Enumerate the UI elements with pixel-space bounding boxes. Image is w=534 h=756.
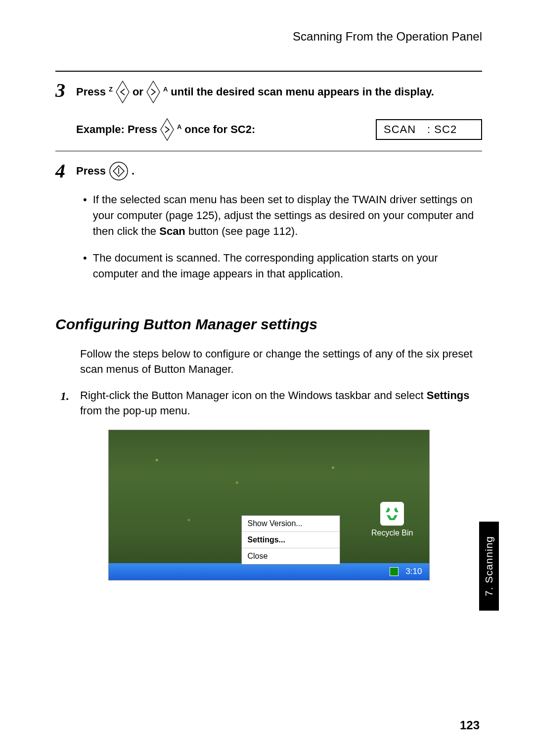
- bullet-dot-icon: •: [83, 250, 87, 282]
- numbered-step-number: 1.: [60, 388, 80, 419]
- step-number-4: 4: [55, 161, 76, 181]
- step-4: 4 Press .: [55, 161, 482, 181]
- chapter-side-tab-label: 7. Scanning: [483, 536, 495, 596]
- right-arrow-diamond-icon: [160, 118, 174, 141]
- bullet-item: • The document is scanned. The correspon…: [83, 250, 482, 282]
- recycle-bin[interactable]: Recycle Bin: [371, 502, 413, 537]
- context-menu-close[interactable]: Close: [242, 548, 340, 564]
- example-row: Example: Press A once for SC2: SCAN : SC…: [76, 118, 482, 141]
- press-label: Press: [76, 165, 106, 178]
- chapter-side-tab: 7. Scanning: [479, 522, 499, 611]
- bullet1-text-b: button (see page 112).: [185, 225, 298, 237]
- context-menu: Show Version... Settings... Close: [241, 515, 340, 565]
- step4-bullets: • If the selected scan menu has been set…: [83, 192, 482, 281]
- numstep1-bold: Settings: [427, 389, 470, 401]
- bullet-dot-icon: •: [83, 192, 87, 239]
- left-superscript: Z: [109, 86, 113, 93]
- step-3: 3 Press Z or A until the desired scan me…: [55, 81, 482, 151]
- context-menu-show-version[interactable]: Show Version...: [242, 516, 340, 532]
- windows-desktop-screenshot: Recycle Bin Show Version... Settings... …: [108, 430, 430, 580]
- bullet-item: • If the selected scan menu has been set…: [83, 192, 482, 239]
- step3-rest: until the desired scan menu appears in t…: [171, 86, 434, 98]
- section-heading: Configuring Button Manager settings: [55, 316, 482, 333]
- example-superscript: A: [177, 123, 181, 131]
- recycle-bin-icon: [380, 502, 404, 526]
- button-manager-tray-icon[interactable]: [390, 567, 399, 576]
- numbered-step-1: 1. Right-click the Button Manager icon o…: [60, 388, 482, 419]
- right-arrow-diamond-icon: [146, 81, 160, 103]
- numstep1-text-a: Right-click the Button Manager icon on t…: [80, 389, 427, 401]
- step-number-3: 3: [55, 81, 76, 100]
- context-menu-settings[interactable]: Settings...: [242, 532, 340, 548]
- start-diamond-circle-icon: [109, 161, 129, 181]
- example-suffix: once for SC2:: [184, 123, 255, 136]
- divider: [55, 151, 482, 151]
- bullet1-bold: Scan: [159, 225, 185, 237]
- lcd-display: SCAN : SC2: [376, 119, 482, 140]
- recycle-bin-label: Recycle Bin: [371, 529, 413, 537]
- right-superscript: A: [163, 86, 168, 93]
- dot: .: [132, 165, 134, 178]
- left-arrow-diamond-icon: [116, 81, 130, 103]
- taskbar-clock: 3:10: [405, 567, 422, 577]
- page-number: 123: [460, 718, 480, 732]
- section-intro: Follow the steps below to configure or c…: [80, 347, 482, 377]
- or-label: or: [133, 86, 143, 98]
- step4-instruction: Press .: [76, 161, 482, 181]
- running-head: Scanning From the Operation Panel: [55, 30, 482, 44]
- taskbar: 3:10: [109, 563, 429, 580]
- example-prefix: Example: Press: [76, 123, 157, 136]
- bullet2-text: The document is scanned. The correspondi…: [93, 250, 482, 282]
- numstep1-text-b: from the pop-up menu.: [80, 404, 190, 417]
- divider: [55, 71, 482, 72]
- step3-instruction: Press Z or A until the desired scan menu…: [76, 81, 482, 103]
- press-label: Press: [76, 86, 106, 98]
